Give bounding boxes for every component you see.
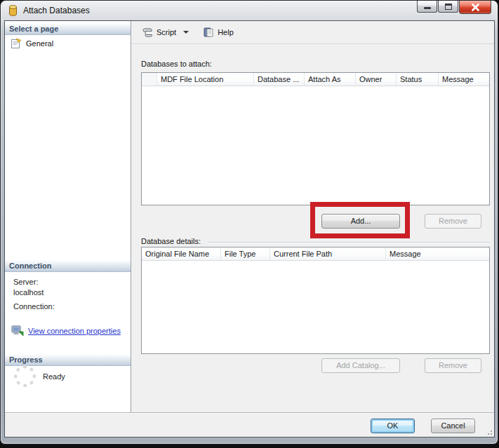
col-database-name[interactable]: Database ... — [254, 73, 305, 86]
dialog-body: Select a page General Connection Server:… — [4, 20, 495, 437]
window-controls — [417, 1, 491, 14]
footer-divider — [5, 412, 494, 414]
script-button[interactable]: Script — [138, 25, 192, 40]
databases-to-attach-grid[interactable]: MDF File Location Database ... Attach As… — [141, 72, 490, 205]
server-value: localhost — [13, 288, 44, 297]
connection-header: Connection — [5, 259, 131, 272]
progress-status-row: Ready — [14, 365, 65, 387]
help-button[interactable]: Help — [199, 25, 237, 40]
col-current-file-path[interactable]: Current File Path — [270, 247, 386, 260]
col-file-type[interactable]: File Type — [221, 247, 270, 260]
database-details-label: Database details: — [141, 237, 201, 245]
script-label: Script — [157, 28, 176, 36]
page-icon — [11, 38, 22, 49]
toolbar: Script Help — [131, 21, 494, 44]
monitor-icon — [11, 325, 24, 337]
link-label: View connection properties — [28, 327, 121, 335]
ok-button[interactable]: OK — [371, 419, 415, 433]
minimize-icon — [424, 7, 431, 9]
remove-attach-button[interactable]: Remove — [425, 214, 481, 229]
progress-header: Progress — [5, 353, 131, 366]
progress-status: Ready — [43, 372, 65, 381]
select-a-page-header: Select a page — [5, 22, 131, 35]
spinner-icon — [14, 365, 36, 387]
help-book-icon — [203, 27, 214, 38]
screen: Attach Databases — [0, 0, 499, 448]
close-button[interactable] — [459, 1, 491, 14]
database-icon — [8, 5, 18, 16]
col-attach-as[interactable]: Attach As — [305, 73, 356, 86]
group-divider-line — [208, 242, 490, 243]
col-message[interactable]: Message — [386, 247, 489, 260]
grid-header-row: Original File Name File Type Current Fil… — [142, 247, 489, 261]
remove-details-button[interactable]: Remove — [425, 358, 481, 373]
maximize-icon — [445, 4, 452, 10]
minimize-button[interactable] — [417, 1, 437, 13]
database-details-grid[interactable]: Original File Name File Type Current Fil… — [141, 247, 490, 354]
col-owner[interactable]: Owner — [356, 73, 397, 86]
resize-grip[interactable] — [486, 428, 493, 435]
col-row-selector — [142, 73, 157, 86]
server-label: Server: — [13, 278, 38, 286]
view-connection-properties-link[interactable]: View connection properties — [11, 325, 121, 337]
col-message[interactable]: Message — [439, 73, 489, 86]
add-button[interactable]: Add... — [321, 214, 400, 229]
databases-to-attach-label: Databases to attach: — [141, 60, 212, 68]
maximize-button[interactable] — [438, 1, 458, 13]
attach-databases-window: Attach Databases — [1, 1, 498, 444]
sidebar: Select a page General Connection Server:… — [5, 21, 131, 413]
col-status[interactable]: Status — [397, 73, 439, 86]
close-icon — [471, 4, 480, 11]
sidebar-item-general[interactable]: General — [8, 37, 55, 50]
add-catalog-button[interactable]: Add Catalog... — [321, 358, 400, 373]
help-label: Help — [218, 28, 234, 36]
scroll-icon — [142, 27, 153, 38]
connection-label: Connection: — [13, 302, 55, 311]
grid-header-row: MDF File Location Database ... Attach As… — [142, 73, 489, 86]
col-mdf-file-location[interactable]: MDF File Location — [157, 73, 254, 86]
cancel-button[interactable]: Cancel — [431, 419, 475, 433]
chevron-down-icon — [183, 31, 189, 34]
col-original-file-name[interactable]: Original File Name — [142, 247, 221, 260]
sidebar-item-label: General — [26, 39, 53, 48]
window-title: Attach Databases — [23, 6, 90, 15]
